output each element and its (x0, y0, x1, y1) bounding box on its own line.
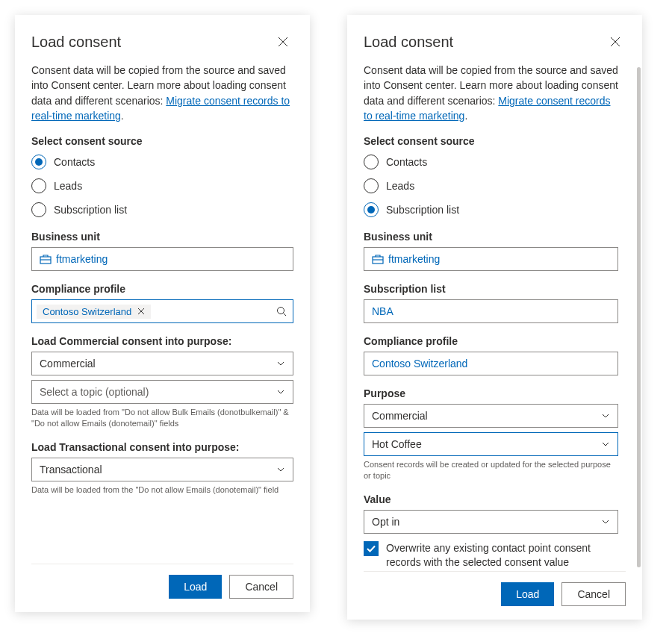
purpose-helper-text: Consent records will be created or updat… (364, 459, 618, 481)
source-label: Select consent source (31, 135, 293, 147)
checkmark-icon (366, 543, 376, 554)
close-icon (278, 37, 288, 47)
load-consent-panel-contacts: Load consent Consent data will be copied… (15, 15, 310, 612)
subscription-list-input[interactable]: NBA (364, 299, 618, 323)
chevron-down-icon (276, 465, 285, 474)
subscription-list-value: NBA (372, 305, 393, 317)
panel-title: Load consent (31, 34, 121, 51)
compliance-profile-input[interactable]: Contoso Switzerland (364, 352, 618, 375)
compliance-profile-field: Compliance profile Contoso Switzerland (31, 283, 293, 323)
business-unit-field: Business unit ftmarketing (364, 231, 618, 271)
purpose-select[interactable]: Commercial (364, 404, 618, 428)
panel-header: Load consent (31, 31, 293, 52)
load-button[interactable]: Load (169, 575, 222, 599)
field-label: Business unit (364, 231, 618, 243)
overwrite-label: Overwrite any existing contact point con… (386, 541, 618, 570)
topic-select[interactable]: Hot Coffee (364, 432, 618, 456)
radio-contacts[interactable]: Contacts (364, 155, 618, 169)
purpose-field: Purpose Commercial Hot Coffee Consent re… (364, 387, 618, 481)
field-label: Subscription list (364, 283, 618, 295)
business-unit-input[interactable]: ftmarketing (364, 247, 618, 271)
radio-contacts[interactable]: Contacts (31, 155, 293, 169)
compliance-profile-lookup[interactable]: Contoso Switzerland (31, 299, 293, 323)
radio-label: Leads (54, 180, 82, 192)
remove-tag-button[interactable] (137, 306, 145, 317)
search-icon[interactable] (276, 306, 287, 317)
panel-footer: Load Cancel (364, 571, 626, 606)
radio-circle-icon (31, 178, 46, 193)
select-placeholder: Select a topic (optional) (40, 386, 149, 398)
overwrite-checkbox-row[interactable]: Overwrite any existing contact point con… (364, 541, 618, 570)
overwrite-checkbox[interactable] (364, 541, 379, 556)
field-label: Compliance profile (364, 335, 618, 347)
radio-circle-icon (364, 202, 379, 217)
select-value: Opt in (372, 516, 399, 528)
radio-subscription-list[interactable]: Subscription list (31, 202, 293, 217)
panel-footer: Load Cancel (31, 564, 293, 599)
field-label: Value (364, 493, 618, 505)
radio-label: Contacts (54, 156, 95, 168)
commercial-purpose-select[interactable]: Commercial (31, 352, 293, 375)
source-label: Select consent source (364, 135, 618, 147)
subscription-list-field: Subscription list NBA (364, 283, 618, 323)
lookup-tag-text: Contoso Switzerland (43, 306, 131, 317)
chevron-down-icon (276, 359, 285, 368)
consent-source-radiogroup: Contacts Leads Subscription list (364, 155, 618, 217)
briefcase-icon (40, 254, 52, 264)
intro-paragraph: Consent data will be copied from the sou… (364, 63, 618, 123)
chevron-down-icon (276, 387, 285, 396)
select-value: Commercial (372, 410, 428, 422)
briefcase-icon (372, 254, 384, 264)
radio-leads[interactable]: Leads (31, 178, 293, 193)
radio-label: Subscription list (54, 204, 127, 216)
select-value: Commercial (40, 358, 96, 370)
field-label: Business unit (31, 231, 293, 243)
radio-circle-icon (364, 178, 379, 193)
field-label: Load Transactional consent into purpose: (31, 441, 293, 453)
svg-point-6 (278, 308, 284, 314)
radio-leads[interactable]: Leads (364, 178, 618, 193)
panel-header: Load consent (364, 31, 626, 52)
radio-circle-icon (31, 155, 46, 169)
radio-label: Subscription list (386, 204, 459, 216)
business-unit-value: ftmarketing (388, 253, 440, 265)
close-button[interactable] (273, 31, 293, 52)
field-label: Purpose (364, 387, 618, 399)
compliance-profile-value: Contoso Switzerland (372, 358, 467, 370)
cancel-button[interactable]: Cancel (561, 582, 626, 606)
panel-title: Load consent (364, 34, 453, 51)
value-select[interactable]: Opt in (364, 510, 618, 534)
field-label: Compliance profile (31, 283, 293, 295)
scrollbar-thumb[interactable] (637, 67, 641, 567)
intro-paragraph: Consent data will be copied from the sou… (31, 63, 293, 123)
consent-source-radiogroup: Contacts Leads Subscription list (31, 155, 293, 217)
lookup-tag: Contoso Switzerland (37, 305, 151, 319)
load-button[interactable]: Load (501, 582, 554, 606)
close-icon (137, 308, 145, 315)
value-field: Value Opt in Overwrite any existing cont… (364, 493, 618, 570)
business-unit-field: Business unit ftmarketing (31, 231, 293, 271)
commercial-purpose-field: Load Commercial consent into purpose: Co… (31, 335, 293, 429)
cancel-button[interactable]: Cancel (229, 575, 293, 599)
select-value: Hot Coffee (372, 438, 422, 450)
svg-line-7 (284, 314, 287, 317)
transactional-purpose-field: Load Transactional consent into purpose:… (31, 441, 293, 496)
business-unit-input[interactable]: ftmarketing (31, 247, 293, 271)
load-consent-panel-subscription: Load consent Consent data will be copied… (347, 15, 642, 620)
transactional-helper-text: Data will be loaded from the "Do not all… (31, 484, 293, 496)
commercial-helper-text: Data will be loaded from "Do not allow B… (31, 407, 293, 429)
chevron-down-icon (601, 411, 610, 420)
radio-circle-icon (31, 202, 46, 217)
commercial-topic-select[interactable]: Select a topic (optional) (31, 380, 293, 404)
business-unit-value: ftmarketing (56, 253, 108, 265)
select-value: Transactional (40, 464, 102, 476)
close-button[interactable] (605, 31, 626, 52)
chevron-down-icon (601, 440, 610, 449)
field-label: Load Commercial consent into purpose: (31, 335, 293, 347)
close-icon (610, 37, 620, 47)
radio-subscription-list[interactable]: Subscription list (364, 202, 618, 217)
compliance-profile-field: Compliance profile Contoso Switzerland (364, 335, 618, 375)
radio-circle-icon (364, 155, 379, 169)
radio-label: Leads (386, 180, 414, 192)
transactional-purpose-select[interactable]: Transactional (31, 458, 293, 481)
